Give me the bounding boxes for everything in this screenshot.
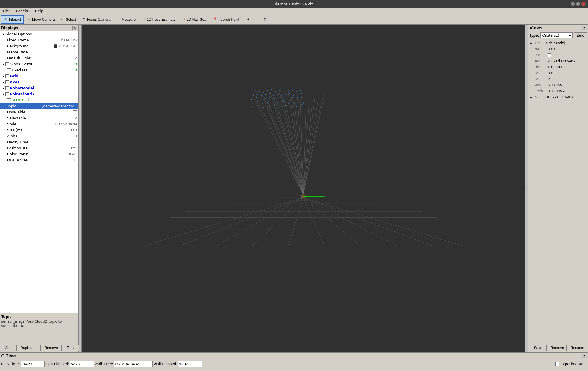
views-pitch-row[interactable]: Pitch 0.200399 [530,88,587,94]
pc2-unreliable-row[interactable]: Unreliable [0,109,78,115]
publish-point-label: Publish Point [218,17,239,22]
views-yaw-row[interactable]: Yaw 6.27359 [530,82,587,88]
background-swatch [54,44,57,48]
ros-time-input[interactable] [21,361,45,367]
left-splitter[interactable]: ⋮ [79,25,82,352]
pc2-status-check[interactable] [7,98,11,102]
grid-check[interactable] [5,74,9,78]
pc2-status-row[interactable]: Status: Ok [0,97,78,103]
fixed-frame-status-check[interactable] [7,68,11,72]
reset-button[interactable]: Reset [1,370,17,371]
minus-button[interactable]: – [253,15,260,24]
maximize-button[interactable]: □ [576,2,580,6]
svg-rect-79 [301,104,302,105]
axes-row[interactable]: Axes [0,79,78,85]
minimize-button[interactable]: – [571,2,575,6]
publish-point-button[interactable]: 📍 Publish Point [210,15,242,24]
views-rename-button[interactable]: Rename [568,345,587,351]
views-zero-button[interactable]: Zero [574,32,587,38]
robotmodel-check[interactable] [5,86,9,90]
fixed-frame-value: base_link [60,38,78,42]
experimental-checkbox[interactable] [555,362,559,366]
fixed-frame-row[interactable]: Fixed Frame base_link [0,37,78,43]
pc2-decay-value: 0 [74,140,78,144]
wall-time-input[interactable] [114,361,153,367]
svg-rect-57 [297,98,297,99]
interact-button[interactable]: ↖ Interact [1,15,24,24]
views-remove-button[interactable]: Remove [548,345,567,351]
menu-help[interactable]: Help [33,9,45,14]
views-invert-check[interactable] [548,53,551,57]
select-button[interactable]: ▭ Select [58,15,78,24]
ros-elapsed-input[interactable] [70,361,94,367]
default-light-row[interactable]: Default Light ✓ [0,55,78,61]
close-button[interactable]: × [581,2,586,6]
pointcloud2-row[interactable]: PointCloud2 [0,91,78,97]
global-status-check[interactable] [5,62,9,66]
views-invert-row[interactable]: Inv... [530,52,587,58]
views-focal3-label: Fo... [533,95,546,99]
grid-row[interactable]: Grid [0,73,78,79]
time-panel-close[interactable]: × [582,354,587,358]
pc2-color-row[interactable]: Color Transf... RGB8 [0,151,78,157]
global-options-label: Global Options [5,32,78,36]
menu-panels[interactable]: Panels [14,9,30,14]
pc2-style-row[interactable]: Style Flat Squares [0,121,78,127]
right-splitter[interactable]: ⋮ [525,25,528,352]
views-focal3-row[interactable]: ▶ Fo... -0.1771; -1.5487; ... [530,94,587,100]
views-focal2-row[interactable]: Fo... ✓ [530,76,587,82]
gear-button[interactable]: ⚙ [261,15,270,24]
views-type-select[interactable]: Orbit (rviz) [540,32,573,38]
pose-estimate-button[interactable]: ↗ 2D Pose Estimate [139,15,178,24]
views-distance-row[interactable]: Dis... 13.0341 [530,64,587,70]
background-row[interactable]: Background... 48; 48; 48 [0,43,78,49]
move-camera-icon: ↔ [27,17,31,22]
frame-rate-row[interactable]: Frame Rate 30 [0,49,78,55]
menu-file[interactable]: File [1,9,11,14]
toolbar: ↖ Interact ↔ Move Camera ▭ Select ⊙ Focu… [0,14,588,25]
window-controls[interactable]: – □ × [571,2,586,6]
svg-rect-32 [296,91,297,92]
svg-rect-23 [259,91,260,92]
focus-camera-button[interactable]: ⊙ Focus Camera [79,15,113,24]
time-bar: ROS Time: ROS Elapsed: Wall Time: Wall E… [0,359,588,369]
move-camera-button[interactable]: ↔ Move Camera [24,15,57,24]
measure-button[interactable]: ↔ Measure [114,15,138,24]
robotmodel-row[interactable]: RobotModel [0,85,78,91]
pointcloud2-check[interactable] [5,92,9,96]
views-focal-row[interactable]: Fo... 0.05 [530,70,587,76]
axes-arrow [2,80,5,84]
views-near-row[interactable]: Ne... 0.01 [530,46,587,52]
axes-check[interactable] [5,80,9,84]
views-distance-label: Dis... [534,65,548,69]
add-display-button[interactable]: Add [1,345,15,351]
pc2-size-row[interactable]: Size (m) 0.01 [0,127,78,133]
focus-camera-label: Focus Camera [87,17,111,22]
remove-display-button[interactable]: Remove [40,345,62,351]
pc2-selectable-row[interactable]: Selectable ✓ [0,115,78,121]
add-button[interactable]: + [245,15,252,24]
pc2-queue-row[interactable]: Queue Size 10 [0,157,78,163]
focus-camera-icon: ⊙ [82,17,86,22]
views-near-value: 0.01 [548,47,586,51]
views-target-row[interactable]: Tar... <Fixed Frame> [530,58,587,64]
pc2-topic-value: /camera/depth/po... [41,104,78,108]
viewport-3d[interactable] [82,25,525,352]
pc2-decay-row[interactable]: Decay Time 0 [0,139,78,145]
views-save-button[interactable]: Save [530,345,547,351]
views-current-row[interactable]: ▶ Curre... Orbit (rviz) [530,40,587,46]
fixed-frame-status-row[interactable]: Fixed Fra... OK [0,67,78,73]
global-status-row[interactable]: Global Statu... OK [0,61,78,67]
pc2-unreliable-check[interactable] [73,110,77,114]
pc2-position-row[interactable]: Position Tra... XYZ [0,145,78,151]
duplicate-button[interactable]: Duplicate [16,345,39,351]
wall-elapsed-input[interactable] [178,361,202,367]
pc2-topic-row[interactable]: Topic /camera/depth/po... [0,103,78,109]
svg-rect-25 [267,90,268,91]
pc2-alpha-row[interactable]: Alpha 1 [0,133,78,139]
nav-goal-button[interactable]: ↗ 2D Nav Goal [179,15,210,24]
global-options-row[interactable]: Global Options [0,31,78,37]
displays-panel-close[interactable]: × [72,26,77,30]
views-panel-close[interactable]: × [582,26,587,30]
svg-rect-76 [285,105,286,106]
